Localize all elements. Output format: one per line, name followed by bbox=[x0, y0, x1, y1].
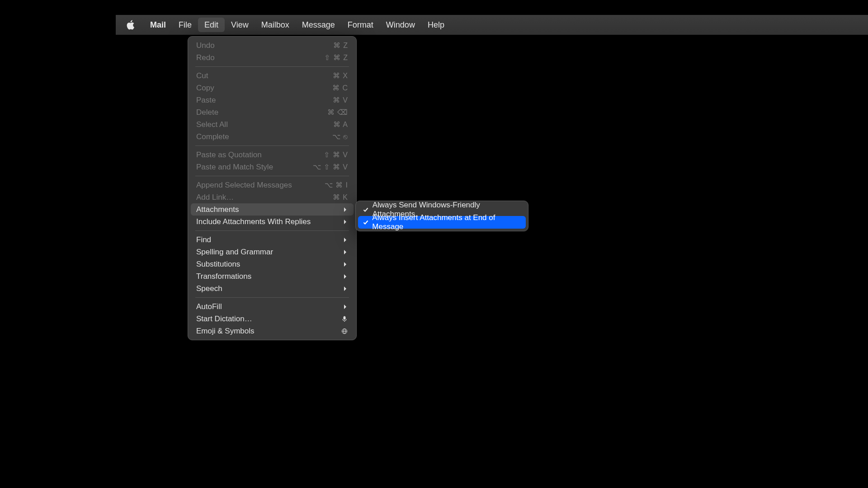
menu-item-redo: Redo⇧ ⌘ Z bbox=[191, 52, 354, 64]
menu-item-label: Paste as Quotation bbox=[196, 150, 262, 160]
globe-icon bbox=[341, 328, 348, 335]
menu-shortcut: ⌘ V bbox=[321, 96, 348, 104]
menu-shortcut: ⇧ ⌘ Z bbox=[321, 53, 348, 62]
menu-item-label: Speech bbox=[196, 284, 222, 293]
menu-item-copy: Copy⌘ C bbox=[191, 82, 354, 94]
checkmark-icon bbox=[363, 207, 369, 212]
menubar-item-mailbox[interactable]: Mailbox bbox=[255, 18, 296, 32]
menu-item-include-attachments-with-replies[interactable]: Include Attachments With Replies bbox=[191, 216, 354, 228]
menu-item-label: AutoFill bbox=[196, 302, 222, 311]
menu-shortcut: ⌥ ⇧ ⌘ V bbox=[313, 163, 348, 171]
svg-rect-0 bbox=[344, 316, 345, 319]
menu-shortcut: ⌘ X bbox=[321, 71, 348, 80]
menu-shortcut: ⌘ Z bbox=[321, 41, 348, 50]
chevron-right-icon bbox=[343, 262, 348, 267]
menu-item-start-dictation[interactable]: Start Dictation… bbox=[191, 313, 354, 325]
menu-item-label: Transformations bbox=[196, 272, 251, 281]
menu-shortcut: ⇧ ⌘ V bbox=[321, 150, 348, 159]
menu-item-label: Add Link… bbox=[196, 193, 234, 202]
menu-shortcut: ⌘ A bbox=[321, 120, 348, 129]
chevron-right-icon bbox=[343, 207, 348, 212]
menu-item-complete: Complete⌥ ⎋ bbox=[191, 131, 354, 143]
menubar-item-window[interactable]: Window bbox=[380, 18, 421, 32]
menu-shortcut: ⌥ ⎋ bbox=[321, 132, 348, 141]
menu-item-label: Substitutions bbox=[196, 260, 240, 269]
menubar-app-name[interactable]: Mail bbox=[144, 18, 172, 32]
menu-item-paste-as-quotation: Paste as Quotation⇧ ⌘ V bbox=[191, 149, 354, 161]
chevron-right-icon bbox=[343, 274, 348, 279]
edit-menu: Undo⌘ ZRedo⇧ ⌘ ZCut⌘ XCopy⌘ CPaste⌘ VDel… bbox=[188, 36, 357, 340]
menu-item-spelling-and-grammar[interactable]: Spelling and Grammar bbox=[191, 246, 354, 258]
menubar-item-message[interactable]: Message bbox=[296, 18, 341, 32]
menu-item-label: Copy bbox=[196, 84, 214, 93]
chevron-right-icon bbox=[343, 249, 348, 255]
menu-shortcut: ⌘ ⌫ bbox=[321, 108, 348, 117]
menu-item-autofill[interactable]: AutoFill bbox=[191, 300, 354, 313]
menu-item-add-link: Add Link…⌘ K bbox=[191, 191, 354, 203]
menu-separator bbox=[195, 230, 349, 231]
checkmark-icon bbox=[363, 220, 368, 225]
menu-separator bbox=[195, 66, 349, 67]
menu-item-label: Undo bbox=[196, 41, 215, 50]
menubar-item-help[interactable]: Help bbox=[421, 18, 451, 32]
menu-item-label: Start Dictation… bbox=[196, 314, 252, 324]
menu-item-label: Complete bbox=[196, 132, 229, 141]
menu-item-speech[interactable]: Speech bbox=[191, 282, 354, 295]
menu-item-attachments[interactable]: Attachments bbox=[191, 203, 354, 216]
menu-item-paste: Paste⌘ V bbox=[191, 94, 354, 106]
menu-item-select-all: Select All⌘ A bbox=[191, 118, 354, 131]
menu-item-append-selected-messages: Append Selected Messages⌥ ⌘ I bbox=[191, 179, 354, 191]
apple-logo-icon[interactable] bbox=[123, 18, 137, 32]
menu-item-label: Append Selected Messages bbox=[196, 181, 292, 190]
submenu-item-label: Always Insert Attachments at End of Mess… bbox=[372, 213, 521, 231]
menu-item-label: Paste bbox=[196, 96, 216, 105]
menubar: Mail FileEditViewMailboxMessageFormatWin… bbox=[116, 15, 868, 35]
menu-item-label: Emoji & Symbols bbox=[196, 327, 254, 336]
menubar-item-format[interactable]: Format bbox=[341, 18, 380, 32]
menu-shortcut: ⌘ K bbox=[321, 193, 348, 202]
menubar-item-edit[interactable]: Edit bbox=[198, 18, 225, 32]
menu-item-label: Attachments bbox=[196, 205, 239, 214]
menu-item-label: Spelling and Grammar bbox=[196, 248, 273, 257]
menu-shortcut: ⌘ C bbox=[321, 84, 348, 92]
chevron-right-icon bbox=[343, 219, 348, 225]
menu-item-cut: Cut⌘ X bbox=[191, 70, 354, 82]
menu-item-substitutions[interactable]: Substitutions bbox=[191, 258, 354, 270]
menu-item-delete: Delete⌘ ⌫ bbox=[191, 106, 354, 118]
menu-separator bbox=[195, 176, 349, 176]
chevron-right-icon bbox=[343, 304, 348, 310]
menu-shortcut: ⌥ ⌘ I bbox=[321, 181, 348, 189]
menu-item-emoji-symbols[interactable]: Emoji & Symbols bbox=[191, 325, 354, 337]
menu-item-label: Delete bbox=[196, 108, 218, 117]
menu-item-label: Find bbox=[196, 235, 211, 244]
menu-item-label: Paste and Match Style bbox=[196, 163, 273, 172]
menu-item-undo: Undo⌘ Z bbox=[191, 39, 354, 52]
menu-item-transformations[interactable]: Transformations bbox=[191, 270, 354, 282]
mic-icon bbox=[341, 315, 348, 323]
chevron-right-icon bbox=[343, 237, 348, 243]
menu-item-label: Cut bbox=[196, 71, 208, 80]
menubar-item-file[interactable]: File bbox=[172, 18, 198, 32]
menu-item-label: Include Attachments With Replies bbox=[196, 217, 311, 226]
menu-separator bbox=[195, 297, 349, 298]
attachments-submenu: Always Send Windows-Friendly Attachments… bbox=[355, 201, 528, 231]
menubar-item-view[interactable]: View bbox=[225, 18, 255, 32]
menu-item-label: Redo bbox=[196, 53, 215, 62]
chevron-right-icon bbox=[343, 286, 348, 291]
submenu-item-always-insert-attachments-at-end-of-message[interactable]: Always Insert Attachments at End of Mess… bbox=[358, 216, 526, 229]
menu-item-find[interactable]: Find bbox=[191, 234, 354, 246]
menu-item-paste-and-match-style: Paste and Match Style⌥ ⇧ ⌘ V bbox=[191, 161, 354, 173]
menu-item-label: Select All bbox=[196, 120, 228, 129]
menu-separator bbox=[195, 145, 349, 146]
